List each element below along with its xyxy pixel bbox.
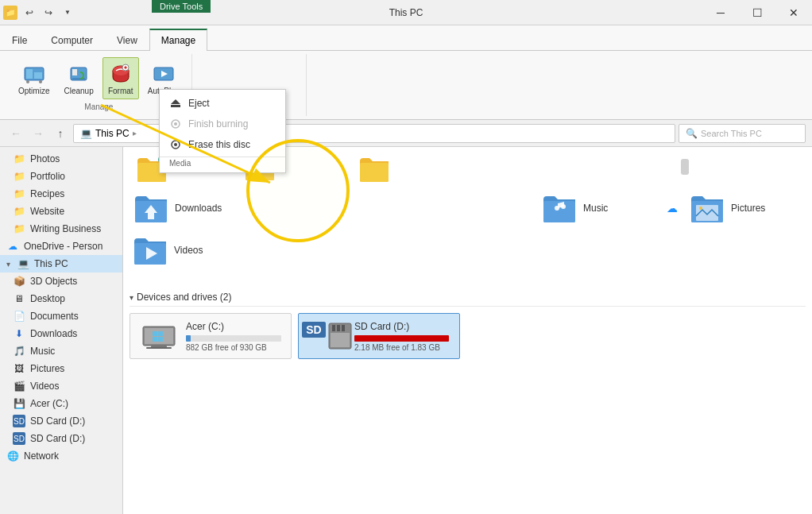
- up-btn[interactable]: ↑: [51, 124, 70, 143]
- folders-row3: Videos: [130, 231, 806, 269]
- search-bar[interactable]: 🔍 Search This PC: [679, 124, 806, 143]
- sidebar-item-sd-card-d2[interactable]: SD SD Card (D:): [0, 430, 122, 447]
- sidebar-item-website[interactable]: 📁 Website: [0, 203, 122, 220]
- sidebar-item-documents[interactable]: 📄 Documents: [0, 307, 122, 325]
- sidebar-label-music: Music: [30, 346, 55, 357]
- optimize-btn[interactable]: Optimize: [13, 57, 55, 99]
- sidebar-item-acer-c[interactable]: 💾 Acer (C:): [0, 395, 122, 412]
- devices-section: ▾ Devices and drives (2): [130, 288, 806, 359]
- svg-rect-36: [158, 331, 163, 336]
- format-btn[interactable]: Format: [102, 57, 139, 99]
- folder-videos[interactable]: Videos: [130, 231, 249, 269]
- sidebar-item-3d-objects[interactable]: 📦 3D Objects: [0, 272, 122, 290]
- sd-card-d2-icon: SD: [13, 432, 25, 445]
- drive-tools-label: Drive Tools: [152, 0, 211, 13]
- sidebar-label-sd-card-d: SD Card (D:): [30, 415, 85, 427]
- sd-badge: SD: [302, 322, 325, 338]
- maximize-btn[interactable]: ☐: [739, 0, 775, 25]
- eject-item[interactable]: Eject: [160, 93, 285, 114]
- undo-btn[interactable]: ↩: [21, 4, 38, 21]
- sidebar-item-portfolio[interactable]: 📁 Portfolio: [0, 168, 122, 185]
- pictures-folder-label: Pictures: [731, 203, 765, 214]
- format-label: Format: [108, 87, 133, 95]
- sidebar-item-writing-business[interactable]: 📁 Writing Business: [0, 220, 122, 238]
- cleanup-icon: [66, 61, 91, 87]
- videos-icon: 🎬: [13, 380, 25, 392]
- sd-card-d-space: 2.18 MB free of 1.83 GB: [354, 343, 450, 352]
- svg-rect-6: [72, 69, 77, 75]
- devices-chevron[interactable]: ▾: [130, 293, 133, 302]
- sidebar-item-downloads[interactable]: ⬇ Downloads: [0, 325, 122, 342]
- writing-business-folder-icon: 📁: [13, 222, 25, 235]
- sidebar-item-pictures[interactable]: 🖼 Pictures: [0, 360, 122, 377]
- 3d-objects-icon: 📦: [13, 275, 25, 288]
- back-btn: ←: [6, 124, 25, 143]
- sidebar-label-this-pc: This PC: [34, 258, 68, 269]
- portfolio-folder-icon: 📁: [13, 170, 25, 183]
- app-icon: 📁: [3, 6, 17, 20]
- folder-downloads[interactable]: Downloads: [130, 188, 249, 228]
- svg-rect-20: [360, 163, 389, 182]
- this-pc-icon: 💻: [17, 257, 29, 270]
- folder-music[interactable]: Music: [539, 189, 658, 227]
- svg-point-3: [26, 80, 29, 83]
- folders-row2: Downloads Music: [130, 188, 806, 228]
- downloads-folder-label: Downloads: [175, 203, 222, 214]
- folder-item-row1-3[interactable]: [358, 153, 470, 185]
- svg-rect-41: [332, 325, 335, 331]
- cleanup-label: Cleanup: [64, 87, 93, 95]
- sidebar-label-writing-business: Writing Business: [30, 223, 101, 234]
- sidebar-item-photos[interactable]: 📁 Photos: [0, 150, 122, 168]
- main-layout: 📁 Photos 📁 Portfolio 📁 Recipes 📁 Website…: [0, 147, 812, 514]
- ribbon-tabs: File Computer View Manage: [0, 25, 812, 51]
- sidebar-item-network[interactable]: 🌐 Network: [0, 447, 122, 465]
- sidebar-item-onedrive[interactable]: ☁ OneDrive - Person: [0, 238, 122, 255]
- music-folder-icon: [542, 192, 577, 224]
- title-bar: 📁 ↩ ↪ ▼ This PC ─ ☐ ✕: [0, 0, 812, 25]
- sidebar-item-desktop[interactable]: 🖥 Desktop: [0, 290, 122, 307]
- eject-label: Eject: [188, 98, 210, 109]
- sidebar-item-recipes[interactable]: 📁 Recipes: [0, 185, 122, 203]
- tab-file[interactable]: File: [0, 29, 39, 51]
- sidebar-label-onedrive: OneDrive - Person: [24, 241, 102, 252]
- sidebar-label-downloads: Downloads: [30, 328, 77, 339]
- sidebar-label-videos: Videos: [30, 381, 59, 392]
- tab-view[interactable]: View: [105, 29, 149, 51]
- svg-rect-13: [171, 105, 180, 107]
- sd-card-d-bar: [354, 335, 449, 342]
- acer-c-space: 882 GB free of 930 GB: [186, 343, 281, 352]
- optimize-label: Optimize: [18, 87, 49, 95]
- device-sd-card-d[interactable]: SD SD Card (D:): [298, 313, 460, 359]
- cleanup-btn[interactable]: Cleanup: [58, 57, 99, 99]
- devices-section-title: Devices and drives (2): [137, 292, 231, 303]
- sidebar-item-videos[interactable]: 🎬 Videos: [0, 377, 122, 395]
- window-controls: ─ ☐ ✕: [702, 0, 812, 25]
- close-btn[interactable]: ✕: [775, 0, 812, 25]
- sd-card-d-device-icon: SD: [308, 320, 346, 352]
- sd-card-d-name: SD Card (D:): [354, 321, 450, 332]
- tab-manage[interactable]: Manage: [149, 29, 207, 51]
- svg-rect-42: [337, 325, 340, 331]
- erase-disc-item[interactable]: Erase this disc: [160, 134, 285, 155]
- sidebar-item-music[interactable]: 🎵 Music: [0, 342, 122, 360]
- sidebar-item-this-pc[interactable]: ▾ 💻 This PC: [0, 255, 122, 272]
- manage-group-label: Manage: [84, 102, 113, 113]
- redo-btn[interactable]: ↪: [40, 4, 57, 21]
- downloads-icon: ⬇: [13, 327, 25, 340]
- ribbon: File Computer View Manage: [0, 25, 812, 120]
- sidebar-item-sd-card-d[interactable]: SD SD Card (D:): [0, 412, 122, 430]
- device-acer-c[interactable]: Acer (C:) 882 GB free of 930 GB: [130, 313, 292, 359]
- sidebar-label-sd-card-d2: SD Card (D:): [30, 433, 85, 444]
- sidebar-label-recipes: Recipes: [30, 188, 64, 199]
- folder-icon-row1-3: [358, 155, 390, 184]
- tab-computer[interactable]: Computer: [39, 29, 105, 51]
- optimize-icon: [21, 61, 47, 87]
- folder-pictures[interactable]: Pictures: [686, 189, 806, 227]
- sidebar-label-3d-objects: 3D Objects: [30, 276, 77, 287]
- minimize-btn[interactable]: ─: [702, 0, 739, 25]
- quick-access-dropdown[interactable]: ▼: [59, 4, 76, 21]
- sidebar-label-website: Website: [30, 206, 64, 217]
- acer-c-info: Acer (C:) 882 GB free of 930 GB: [186, 321, 281, 352]
- svg-point-25: [561, 204, 566, 209]
- pictures-icon: 🖼: [13, 362, 25, 375]
